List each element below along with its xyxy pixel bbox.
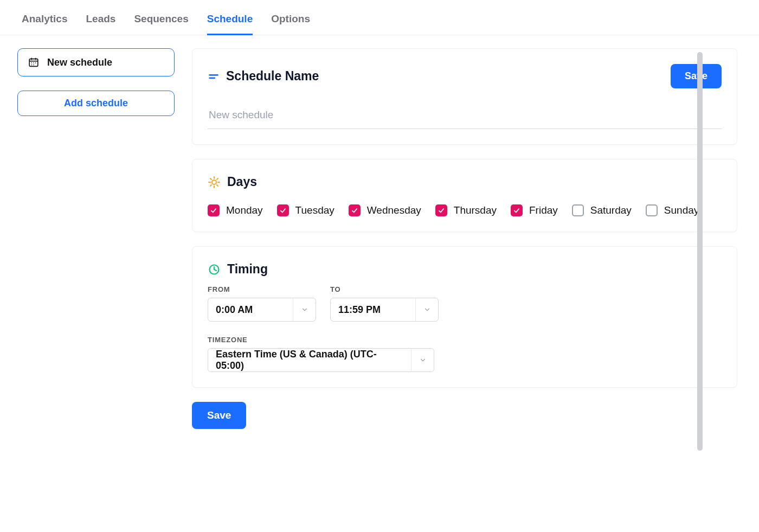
to-label: TO [330, 285, 439, 293]
day-tuesday-label: Tuesday [295, 204, 335, 216]
day-tuesday[interactable]: Tuesday [277, 204, 335, 216]
day-saturday[interactable]: Saturday [572, 204, 632, 216]
day-sunday-label: Sunday [664, 204, 699, 216]
svg-point-8 [33, 65, 34, 66]
timezone-field: TIMEZONE Eastern Time (US & Canada) (UTC… [208, 336, 722, 372]
tabs: Analytics Leads Sequences Schedule Optio… [0, 0, 759, 35]
timing-panel: Timing FROM 0:00 AM [192, 246, 737, 388]
timezone-value: Eastern Time (US & Canada) (UTC-05:00) [208, 349, 411, 371]
day-sunday-checkbox[interactable] [646, 204, 658, 216]
day-friday-label: Friday [529, 204, 558, 216]
content-body: New schedule Add schedule Schedule Name [0, 35, 759, 451]
save-button[interactable]: Save [192, 402, 246, 429]
clock-icon [208, 263, 221, 276]
day-friday[interactable]: Friday [511, 204, 558, 216]
svg-line-17 [217, 185, 218, 186]
timing-head: Timing [208, 262, 722, 277]
timing-title: Timing [227, 262, 268, 277]
tab-sequences[interactable]: Sequences [134, 13, 188, 35]
tab-analytics[interactable]: Analytics [22, 13, 67, 35]
from-field: FROM 0:00 AM [208, 285, 316, 322]
add-schedule-button[interactable]: Add schedule [17, 91, 175, 116]
calendar-icon [28, 56, 40, 68]
days-title: Days [227, 175, 257, 189]
sun-icon [208, 176, 221, 189]
svg-point-7 [31, 65, 33, 66]
days-panel: Days Monday Tuesday [192, 159, 737, 232]
day-thursday-label: Thursday [454, 204, 497, 216]
day-wednesday-label: Wednesday [367, 204, 421, 216]
schedule-name-head: Schedule Name Save [208, 64, 722, 88]
sidebar-schedule-item-label: New schedule [47, 57, 112, 68]
day-monday-checkbox[interactable] [208, 204, 220, 216]
from-label: FROM [208, 285, 316, 293]
to-field: TO 11:59 PM [330, 285, 439, 322]
tab-options[interactable]: Options [271, 13, 310, 35]
to-value: 11:59 PM [331, 304, 388, 316]
svg-point-4 [31, 62, 33, 63]
day-tuesday-checkbox[interactable] [277, 204, 289, 216]
lines-icon [208, 70, 220, 82]
day-wednesday[interactable]: Wednesday [349, 204, 421, 216]
svg-point-6 [35, 62, 36, 63]
from-value: 0:00 AM [208, 304, 260, 316]
sidebar-schedule-item[interactable]: New schedule [17, 48, 175, 76]
day-saturday-checkbox[interactable] [572, 204, 584, 216]
to-select[interactable]: 11:59 PM [330, 298, 439, 322]
timezone-select[interactable]: Eastern Time (US & Canada) (UTC-05:00) [208, 348, 434, 372]
days-row: Monday Tuesday Wednesday [208, 204, 722, 216]
day-sunday[interactable]: Sunday [646, 204, 699, 216]
tab-schedule[interactable]: Schedule [207, 13, 253, 35]
day-saturday-label: Saturday [590, 204, 632, 216]
scrollbar[interactable] [697, 52, 703, 451]
main-column: Schedule Name Save [192, 48, 737, 429]
day-thursday-checkbox[interactable] [435, 204, 447, 216]
day-monday[interactable]: Monday [208, 204, 263, 216]
chevron-down-icon [411, 349, 434, 371]
svg-line-19 [217, 178, 218, 179]
timezone-label: TIMEZONE [208, 336, 722, 344]
chevron-down-icon [293, 298, 316, 321]
svg-line-16 [210, 178, 211, 179]
schedule-name-input[interactable] [208, 104, 722, 129]
from-select[interactable]: 0:00 AM [208, 298, 316, 322]
chevron-down-icon [415, 298, 438, 321]
svg-point-11 [212, 180, 216, 184]
svg-line-18 [210, 185, 211, 186]
tab-leads[interactable]: Leads [86, 13, 115, 35]
schedule-name-save-button[interactable]: Save [671, 64, 722, 88]
schedule-name-title: Schedule Name [226, 69, 319, 84]
schedule-name-panel: Schedule Name Save [192, 48, 737, 145]
svg-point-5 [33, 62, 34, 63]
days-head: Days [208, 175, 722, 189]
day-thursday[interactable]: Thursday [435, 204, 497, 216]
page: Analytics Leads Sequences Schedule Optio… [0, 0, 759, 532]
sidebar: New schedule Add schedule [17, 48, 175, 429]
day-monday-label: Monday [226, 204, 263, 216]
day-friday-checkbox[interactable] [511, 204, 523, 216]
day-wednesday-checkbox[interactable] [349, 204, 361, 216]
